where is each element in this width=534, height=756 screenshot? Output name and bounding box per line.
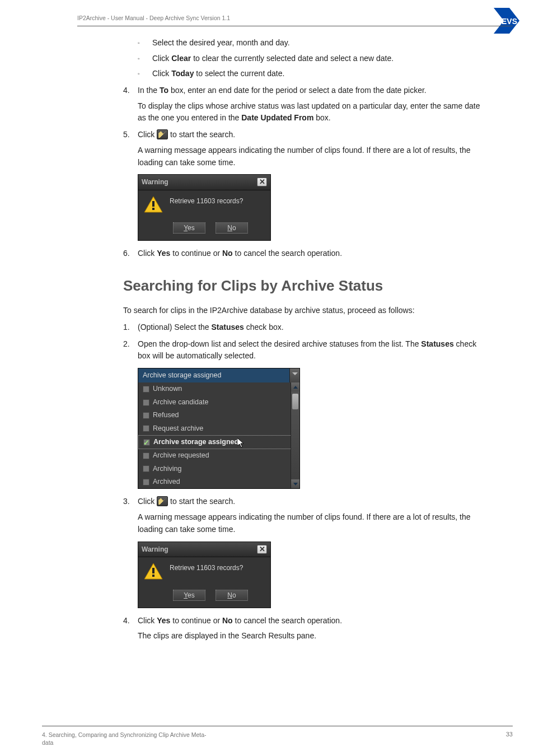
page-header: IP2Archive - User Manual - Deep Archive … <box>0 0 534 34</box>
step-number: 5. <box>123 129 138 141</box>
dropdown-selected[interactable]: Archive storage assigned <box>138 368 299 382</box>
step-5-para: A warning message appears indicating the… <box>138 144 489 169</box>
bullet-icon: ◦ <box>138 68 152 80</box>
page-number: 33 <box>506 731 513 738</box>
svg-rect-7 <box>152 575 154 577</box>
step-number: 6. <box>123 248 138 260</box>
search-icon <box>157 129 168 139</box>
warning-icon <box>144 563 163 583</box>
dropdown-item-request-archive[interactable]: Request archive <box>138 422 299 435</box>
warning-dialog: Warning ✕ Retrieve 11603 records? Yes No <box>138 174 271 241</box>
svg-rect-3 <box>152 208 154 210</box>
no-button[interactable]: No <box>216 590 248 601</box>
dialog-title: Warning <box>142 177 168 188</box>
footer-rule <box>42 726 513 726</box>
dialog-message: Retrieve 11603 records? <box>170 196 243 207</box>
scrollbar[interactable] <box>291 382 299 488</box>
step-5: 5. Click to start the search. <box>123 129 489 141</box>
dialog-titlebar: Warning ✕ <box>138 175 270 190</box>
page-footer: 4. Searching, Comparing and Synchronizin… <box>42 726 513 747</box>
step-4-para: To display the clips whose archive statu… <box>138 100 489 124</box>
dropdown-item-unknown[interactable]: Unknown <box>138 382 299 395</box>
page: IP2Archive - User Manual - Deep Archive … <box>0 0 534 756</box>
checkbox-icon <box>143 425 149 432</box>
step-number: 1. <box>123 321 138 334</box>
checkbox-icon <box>143 399 149 406</box>
dropdown-item-candidate[interactable]: Archive candidate <box>138 396 299 409</box>
dialog-message: Retrieve 11603 records? <box>170 563 243 573</box>
evs-logo-icon: EVS <box>494 8 519 34</box>
substep-text: Click Clear to clear the currently selec… <box>152 53 489 65</box>
cursor-icon <box>237 438 245 448</box>
dialog-buttons: Yes No <box>138 585 270 608</box>
checkbox-icon <box>143 412 149 419</box>
warning-icon <box>144 196 163 216</box>
scroll-up-icon[interactable] <box>291 382 299 391</box>
dropdown-list: Unknown Archive candidate Refused Reques… <box>138 382 299 488</box>
step-number: 3. <box>123 496 138 508</box>
step-number: 4. <box>123 615 138 627</box>
dialog-title: Warning <box>142 544 168 555</box>
svg-rect-6 <box>152 568 154 573</box>
step-number: 2. <box>123 338 138 362</box>
content-column: ◦ Select the desired year, month and day… <box>123 37 489 642</box>
dropdown-item-archived[interactable]: Archived <box>138 475 299 488</box>
section-step-4: 4. Click Yes to continue or No to cancel… <box>123 615 489 627</box>
checkbox-icon <box>143 452 149 459</box>
step-text: Click Yes to continue or No to cancel th… <box>138 248 489 260</box>
step-text: Click to start the search. <box>138 496 489 508</box>
section-step-1: 1. (Optional) Select the Statuses check … <box>123 321 489 334</box>
substep-text: Click Today to select the current date. <box>152 68 489 80</box>
footer-text: 4. Searching, Comparing and Synchronizin… <box>42 731 207 747</box>
svg-rect-2 <box>152 201 154 207</box>
substep-click-today: ◦ Click Today to select the current date… <box>138 68 489 80</box>
dropdown-item-archive-requested[interactable]: Archive requested <box>138 449 299 462</box>
checkbox-icon <box>143 479 149 486</box>
step-6: 6. Click Yes to continue or No to cancel… <box>123 248 489 260</box>
step-number: 4. <box>123 85 138 97</box>
section-step-3-para: A warning message appears indicating the… <box>138 511 489 535</box>
dialog-titlebar: Warning ✕ <box>138 542 270 558</box>
dialog-body: Retrieve 11603 records? <box>138 557 270 585</box>
bullet-icon: ◦ <box>138 37 152 49</box>
section-intro: To search for clips in the IP2Archive da… <box>123 305 489 317</box>
svg-marker-4 <box>237 438 243 447</box>
dialog-buttons: Yes No <box>138 218 270 240</box>
search-icon <box>157 496 168 506</box>
close-icon[interactable]: ✕ <box>257 178 267 186</box>
section-step-4-para: The clips are displayed in the Search Re… <box>138 630 489 642</box>
scroll-thumb[interactable] <box>292 394 298 409</box>
header-breadcrumb: IP2Archive - User Manual - Deep Archive … <box>77 15 230 21</box>
dropdown-item-assigned[interactable]: Archive storage assigned <box>138 435 299 449</box>
warning-dialog: Warning ✕ Retrieve 11603 records? Yes No <box>138 542 271 608</box>
dropdown-item-archiving[interactable]: Archiving <box>138 463 299 475</box>
header-rule <box>77 26 513 26</box>
section-step-3: 3. Click to start the search. <box>123 496 489 508</box>
dialog-body: Retrieve 11603 records? <box>138 190 270 218</box>
section-step-2: 2. Open the drop-down list and select th… <box>123 338 489 362</box>
checkbox-icon <box>143 465 149 472</box>
yes-button[interactable]: Yes <box>173 590 205 601</box>
substep-click-clear: ◦ Click Clear to clear the currently sel… <box>138 53 489 65</box>
step-text: (Optional) Select the Statuses check box… <box>138 321 489 334</box>
checkbox-icon <box>143 386 149 393</box>
chevron-down-icon <box>289 368 299 382</box>
checkbox-checked-icon <box>143 439 150 446</box>
substep-text: Select the desired year, month and day. <box>152 37 489 49</box>
substep-select-year: ◦ Select the desired year, month and day… <box>138 37 489 49</box>
step-4: 4. In the To box, enter an end date for … <box>123 85 489 97</box>
step-text: Click to start the search. <box>138 129 489 141</box>
step-text: In the To box, enter an end date for the… <box>138 85 489 97</box>
close-icon[interactable]: ✕ <box>257 545 267 554</box>
logo-text: EVS <box>502 17 517 26</box>
section-heading: Searching for Clips by Archive Status <box>123 274 489 297</box>
dropdown-item-refused[interactable]: Refused <box>138 409 299 422</box>
statuses-dropdown: Archive storage assigned Unknown Archive… <box>138 368 300 489</box>
step-text: Click Yes to continue or No to cancel th… <box>138 615 489 627</box>
scroll-down-icon[interactable] <box>291 479 299 488</box>
no-button[interactable]: No <box>216 222 248 234</box>
bullet-icon: ◦ <box>138 53 152 65</box>
step-text: Open the drop-down list and select the d… <box>138 338 489 362</box>
yes-button[interactable]: Yes <box>173 222 205 234</box>
